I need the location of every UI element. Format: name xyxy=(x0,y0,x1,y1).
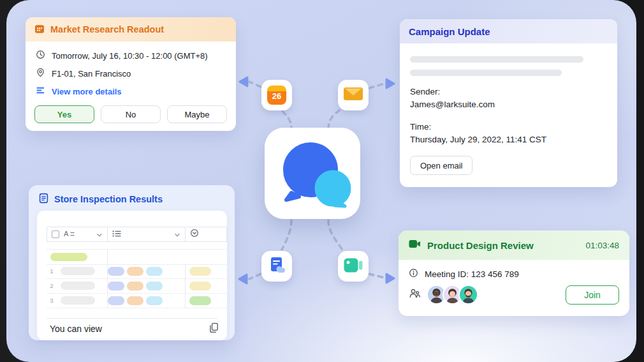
sender-value: James@larksuite.com xyxy=(410,98,607,111)
time-value: Thursday, July 29, 2022, 11:41 CST xyxy=(410,133,607,146)
sheet-card-header: Store Inspection Results xyxy=(38,193,235,206)
event-location-row: F1-01, San Francisco xyxy=(36,68,226,79)
email-time-field: Time: Thursday, July 29, 2022, 11:41 CST xyxy=(410,121,607,146)
sender-label: Sender: xyxy=(410,86,607,98)
rsvp-button-group: Yes No Maybe xyxy=(34,105,227,123)
video-camera-icon xyxy=(409,239,421,251)
sheet-preview: A xyxy=(37,211,227,340)
email-card: Campaign Update Sender: James@larksuite.… xyxy=(400,19,617,187)
table-header-col3[interactable] xyxy=(186,227,226,241)
table-header-col1[interactable]: A xyxy=(47,227,108,241)
skeleton-line-2 xyxy=(410,70,562,76)
tag-pills xyxy=(108,282,163,290)
doc-icon xyxy=(38,193,49,206)
sheet-card: Store Inspection Results A xyxy=(29,185,235,340)
join-button[interactable]: Join xyxy=(566,285,619,305)
agenda-icon xyxy=(36,86,45,97)
row-number: 2 xyxy=(47,283,57,289)
calendar-day-number: 26 xyxy=(267,91,286,101)
status-pill xyxy=(189,296,211,305)
video-app-tile xyxy=(338,251,369,282)
chevron-down-icon[interactable] xyxy=(96,229,103,240)
chevron-down-icon[interactable] xyxy=(174,229,180,240)
mail-icon xyxy=(343,86,363,104)
table-header-row: A xyxy=(47,227,227,242)
calendar-26-icon: 26 xyxy=(267,86,286,105)
list-field-icon xyxy=(112,229,121,240)
email-card-title: Campaign Update xyxy=(409,26,490,37)
event-time-row: Tomorrow, July 16, 10:30 - 12:00 (GMT+8) xyxy=(36,50,226,61)
cell-placeholder xyxy=(61,296,95,305)
illustration-stage: Market Research Readout Tomorrow, July 1… xyxy=(0,0,644,362)
email-card-header: Campaign Update xyxy=(400,19,617,43)
chat-bubbles-icon xyxy=(274,137,351,211)
info-icon xyxy=(409,268,418,280)
people-icon xyxy=(409,288,421,301)
calendar-card-title: Market Research Readout xyxy=(50,24,164,34)
mail-app-tile xyxy=(338,80,369,110)
meeting-id-row: Meeting ID: 123 456 789 xyxy=(409,268,619,280)
cell-placeholder xyxy=(61,282,95,290)
email-sender-field: Sender: James@larksuite.com xyxy=(410,86,607,111)
table-group-row xyxy=(47,249,227,265)
copy-icon[interactable] xyxy=(209,322,219,336)
event-time-text: Tomorrow, July 16, 10:30 - 12:00 (GMT+8) xyxy=(52,51,208,61)
location-pin-icon xyxy=(36,68,45,79)
column-divider xyxy=(107,249,108,308)
clock-icon xyxy=(36,50,45,61)
checkbox[interactable] xyxy=(52,230,59,238)
view-more-details-link[interactable]: View more details xyxy=(36,86,226,97)
group-label-pill xyxy=(50,253,87,261)
row-number: 3 xyxy=(47,298,57,304)
tag-pills xyxy=(108,267,163,276)
messenger-app-tile xyxy=(265,128,360,219)
table-header-col2[interactable] xyxy=(108,227,186,241)
column-divider xyxy=(185,264,186,308)
sheet-footer-text: You can view xyxy=(50,324,102,334)
meeting-card-title: Product Design Review xyxy=(427,240,534,251)
time-field-icon xyxy=(190,229,199,240)
meeting-card-header: Product Design Review 01:03:48 xyxy=(399,230,629,260)
calendar-event-card: Market Research Readout Tomorrow, July 1… xyxy=(26,17,236,131)
view-more-details-text: View more details xyxy=(52,87,122,96)
table-row: 3 xyxy=(47,293,227,308)
rsvp-maybe-button[interactable]: Maybe xyxy=(167,105,227,123)
docs-cloud-icon xyxy=(268,256,286,276)
table-row: 2 xyxy=(47,278,227,294)
sheet-card-title: Store Inspection Results xyxy=(54,194,163,204)
skeleton-line-1 xyxy=(410,56,583,63)
status-pill xyxy=(189,267,211,276)
row-number: 1 xyxy=(47,268,57,275)
rsvp-yes-button[interactable]: Yes xyxy=(34,105,94,123)
event-location-text: F1-01, San Francisco xyxy=(52,69,131,79)
rsvp-no-button[interactable]: No xyxy=(101,105,161,123)
status-pill xyxy=(189,282,211,290)
participants-row: Join xyxy=(409,285,619,305)
meeting-card: Product Design Review 01:03:48 Meeting I… xyxy=(399,230,629,316)
calendar-card-header: Market Research Readout xyxy=(26,17,236,41)
tag-pills xyxy=(108,296,163,305)
avatar xyxy=(458,285,478,305)
cell-placeholder xyxy=(61,267,95,275)
table-row: 1 xyxy=(47,264,227,279)
meeting-id-text: Meeting ID: 123 456 789 xyxy=(425,269,519,279)
time-label: Time: xyxy=(410,121,607,133)
footer-divider xyxy=(47,318,217,319)
open-email-button[interactable]: Open email xyxy=(410,156,472,175)
meeting-timer: 01:03:48 xyxy=(585,241,619,250)
video-camera-teal-icon xyxy=(344,258,363,275)
calendar-grid-icon xyxy=(34,24,45,36)
svg-text:A: A xyxy=(64,230,69,238)
docs-app-tile xyxy=(261,251,292,282)
text-field-icon: A xyxy=(64,229,75,240)
calendar-app-tile: 26 xyxy=(261,80,292,110)
